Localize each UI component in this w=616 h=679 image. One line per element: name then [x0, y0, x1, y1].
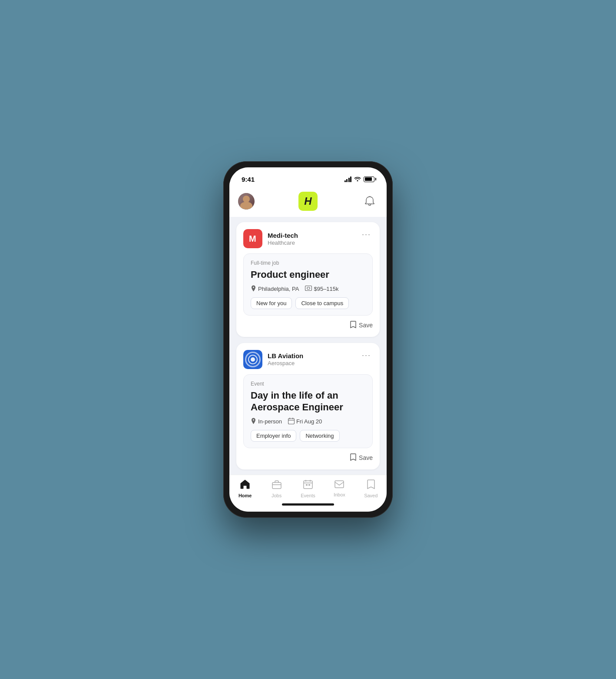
meditech-save-button[interactable]: Save	[350, 321, 373, 330]
tag-employer-info: Employer info	[251, 430, 296, 442]
top-navigation: H	[229, 188, 387, 217]
svg-rect-13	[306, 484, 308, 486]
event-meta: In-person Fri Aug 20	[251, 418, 365, 426]
event-location-text: In-person	[258, 418, 282, 425]
lb-aviation-save-button[interactable]: Save	[350, 453, 373, 463]
feed-scroll-area: M Medi-tech Healthcare ··· Full-time job…	[229, 217, 387, 475]
job-tags: New for you Close to campus	[251, 297, 365, 309]
lb-aviation-event-card[interactable]: Event Day in the life of an Aerospace En…	[243, 374, 373, 448]
meditech-save-label: Save	[359, 322, 373, 329]
card-header: LB Aviation Aerospace ···	[243, 350, 373, 369]
jobs-icon	[272, 479, 282, 492]
meditech-more-button[interactable]: ···	[360, 229, 373, 240]
company-info: LB Aviation Aerospace	[243, 350, 303, 369]
saved-label: Saved	[364, 493, 378, 498]
home-label: Home	[238, 493, 252, 498]
tag-networking: Networking	[300, 430, 339, 442]
inbox-label: Inbox	[334, 492, 345, 497]
meditech-industry: Healthcare	[268, 240, 298, 246]
tag-close-to-campus: Close to campus	[295, 297, 349, 309]
meditech-logo: M	[243, 229, 262, 248]
svg-rect-2	[307, 287, 310, 290]
event-location: In-person	[251, 418, 282, 426]
event-date-text: Fri Aug 20	[296, 418, 322, 425]
svg-rect-3	[288, 418, 294, 424]
home-indicator	[229, 500, 387, 512]
lb-aviation-logo	[243, 350, 262, 369]
job-location: Philadelphia, PA	[251, 285, 299, 293]
nav-events[interactable]: Events	[295, 479, 321, 498]
company-info: M Medi-tech Healthcare	[243, 229, 298, 248]
status-bar: 9:41	[229, 167, 387, 188]
salary-icon	[305, 286, 312, 292]
nav-saved[interactable]: Saved	[358, 479, 384, 498]
event-tags: Employer info Networking	[251, 430, 365, 442]
svg-rect-15	[335, 481, 344, 488]
avatar[interactable]	[238, 193, 255, 210]
event-title: Day in the life of an Aerospace Engineer	[251, 389, 365, 413]
location-icon	[251, 418, 256, 426]
bell-icon[interactable]	[361, 193, 378, 210]
nav-home[interactable]: Home	[232, 479, 258, 498]
battery-icon	[364, 176, 374, 182]
signal-icon	[344, 176, 352, 182]
app-logo: H	[298, 192, 318, 211]
job-salary-text: $95–115k	[314, 286, 338, 292]
lb-aviation-more-button[interactable]: ···	[360, 350, 373, 361]
inbox-icon	[334, 479, 344, 491]
svg-rect-9	[304, 481, 312, 489]
tag-new-for-you: New for you	[251, 297, 292, 309]
svg-rect-7	[272, 483, 281, 489]
lb-aviation-card[interactable]: LB Aviation Aerospace ··· Event Day in t…	[236, 343, 380, 469]
lb-aviation-industry: Aerospace	[268, 360, 303, 366]
phone-screen: 9:41	[229, 167, 387, 512]
bookmark-icon	[350, 453, 356, 463]
location-icon	[251, 285, 256, 293]
event-type-label: Event	[251, 381, 365, 387]
jobs-label: Jobs	[272, 493, 282, 498]
event-date: Fri Aug 20	[288, 418, 322, 426]
wifi-icon	[354, 176, 361, 183]
meditech-card-footer: Save	[243, 321, 373, 330]
card-header: M Medi-tech Healthcare ···	[243, 229, 373, 248]
lb-aviation-save-label: Save	[359, 454, 373, 461]
job-location-text: Philadelphia, PA	[258, 286, 299, 292]
home-icon	[240, 479, 250, 492]
meditech-card[interactable]: M Medi-tech Healthcare ··· Full-time job…	[236, 222, 380, 337]
meditech-name: Medi-tech	[268, 232, 298, 239]
bottom-navigation: Home Jobs	[229, 475, 387, 500]
svg-text:M: M	[249, 234, 256, 243]
meditech-job-card[interactable]: Full-time job Product engineer Philadelp…	[243, 253, 373, 316]
events-icon	[303, 479, 313, 492]
phone-frame: 9:41	[223, 161, 393, 518]
job-title: Product engineer	[251, 269, 365, 281]
events-label: Events	[301, 493, 315, 498]
bookmark-icon	[350, 321, 356, 330]
status-icons	[344, 176, 375, 183]
nav-inbox[interactable]: Inbox	[326, 479, 352, 497]
calendar-icon	[288, 418, 295, 426]
job-salary: $95–115k	[305, 286, 338, 292]
svg-rect-14	[308, 484, 310, 486]
lb-aviation-name: LB Aviation	[268, 352, 303, 359]
svg-rect-1	[305, 286, 312, 291]
job-type-label: Full-time job	[251, 260, 365, 266]
status-time: 9:41	[242, 176, 255, 183]
saved-icon	[367, 479, 375, 492]
job-meta: Philadelphia, PA $95–115k	[251, 285, 365, 293]
lb-aviation-card-footer: Save	[243, 453, 373, 463]
nav-jobs[interactable]: Jobs	[264, 479, 290, 498]
